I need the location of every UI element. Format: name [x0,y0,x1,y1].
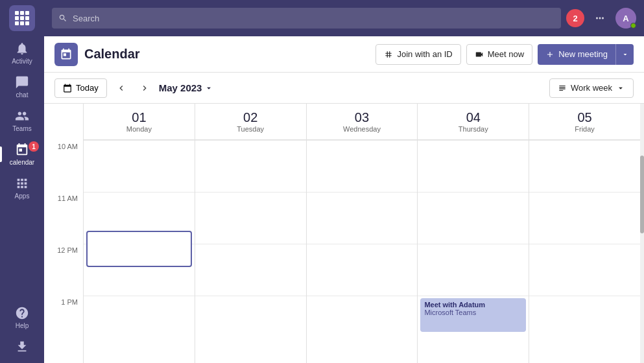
sidebar-item-apps-label: Apps [15,193,30,200]
join-with-id-button[interactable]: Join with an ID [376,44,460,65]
day-name-friday: Friday [575,125,595,133]
event-title: Meet with Adatum [424,301,522,309]
avatar-initials: A [623,14,628,23]
day-col-friday: 05 Friday [529,104,640,363]
calendar-header: Calendar Join with an ID Meet now New me… [44,36,644,73]
sidebar-item-chat[interactable]: chat [0,71,44,102]
new-meeting-btn-group: New meeting [538,44,634,65]
topbar: Search 2 A [44,0,644,36]
sidebar-item-activity-label: Activity [12,58,32,65]
prev-week-button[interactable] [112,79,130,97]
day-name-wednesday: Wednesday [343,125,381,133]
chevron-down-icon [621,51,629,58]
event-meet-with-adatum[interactable]: Meet with Adatum Microsoft Teams [420,298,526,332]
sidebar-item-activity[interactable]: Activity [0,38,44,69]
day-col-thursday: 04 Thursday Meet with Adatum Microsoft T… [417,104,529,363]
time-slot-12pm: 12 PM [44,244,83,296]
calendar-nav: Today May 2023 Work week [44,73,644,104]
search-bar[interactable]: Search [52,8,561,29]
day-body-friday[interactable] [529,140,640,363]
sidebar: Activity chat Teams 1 calendar Apps Help [0,0,44,363]
day-name-monday: Monday [126,125,152,133]
grid-icon [15,11,29,25]
main-content: Search 2 A Calendar Join with an ID [44,0,644,363]
next-week-button[interactable] [136,79,154,97]
day-num-friday: 05 [577,110,591,125]
apps-icon [15,176,29,191]
meet-now-button[interactable]: Meet now [466,44,532,65]
sidebar-item-chat-label: chat [16,91,29,99]
meet-now-label: Meet now [488,49,524,59]
sidebar-item-teams[interactable]: Teams [0,105,44,136]
time-slot-11am: 11 AM [44,192,83,244]
day-body-wednesday[interactable] [307,140,418,363]
join-with-id-label: Join with an ID [397,49,452,59]
calendar-title: Calendar [84,47,140,62]
view-selector[interactable]: Work week [549,78,634,98]
new-meeting-button[interactable]: New meeting [538,44,615,65]
chevron-right-icon [139,83,150,93]
day-num-tuesday: 02 [243,110,257,125]
day-header-wednesday: 03 Wednesday [307,104,418,140]
calendar-title-area: Calendar [54,43,368,66]
chevron-left-icon [116,83,126,93]
plus-icon [545,50,555,59]
sidebar-item-apps[interactable]: Apps [0,172,44,204]
today-button[interactable]: Today [54,78,107,98]
day-body-monday[interactable] [84,140,195,363]
new-meeting-dropdown-button[interactable] [615,44,634,65]
day-num-wednesday: 03 [355,110,369,125]
day-header-thursday: 04 Thursday [418,104,529,140]
day-name-tuesday: Tuesday [237,125,264,133]
day-num-thursday: 04 [466,110,481,125]
calendar-today-icon [63,84,72,93]
today-label: Today [76,83,99,93]
video-icon [475,50,484,59]
scrollbar-thumb[interactable] [640,156,644,233]
day-body-thursday[interactable]: Meet with Adatum Microsoft Teams [418,140,529,363]
time-column: 10 AM 11 AM 12 PM 1 PM [44,104,83,363]
chevron-down-month-icon [204,84,213,93]
user-avatar[interactable]: A [615,8,636,29]
apps-grid-button[interactable] [9,5,35,31]
day-header-tuesday: 02 Tuesday [195,104,306,140]
day-num-monday: 01 [132,110,146,125]
month-label[interactable]: May 2023 [159,82,214,93]
bell-icon [15,41,29,56]
day-col-wednesday: 03 Wednesday [306,104,418,363]
sidebar-item-help[interactable]: Help [0,302,44,333]
scrollbar-track[interactable] [640,104,644,363]
sidebar-item-teams-label: Teams [12,125,31,132]
new-meeting-label: New meeting [558,49,608,59]
calendar-badge: 1 [29,141,39,152]
help-icon [15,306,29,320]
notification-badge[interactable]: 2 [566,9,584,27]
month-text: May 2023 [159,82,202,93]
calendar-nav-icon [15,143,29,157]
sidebar-item-help-label: Help [16,322,29,329]
teams-icon [15,109,29,123]
sidebar-item-calendar[interactable]: 1 calendar [0,139,44,170]
chevron-down-view-icon [616,84,625,93]
view-icon [558,84,567,93]
avatar-status-indicator [630,23,636,29]
event-subtitle: Microsoft Teams [424,309,522,316]
day-header-friday: 05 Friday [529,104,640,140]
day-name-thursday: Thursday [459,125,488,133]
sidebar-item-calendar-label: calendar [10,159,34,166]
calendar-actions: Join with an ID Meet now New meeting [376,44,634,65]
view-label: Work week [571,83,612,93]
sidebar-item-download[interactable] [0,336,44,358]
chat-icon [15,75,29,89]
day-col-monday: 01 Monday [83,104,195,363]
calendar-page-icon [54,43,78,66]
download-icon [15,340,29,354]
search-placeholder: Search [73,14,99,23]
day-col-tuesday: 02 Tuesday [195,104,306,363]
more-options-button[interactable] [590,8,610,29]
day-body-tuesday[interactable] [195,140,306,363]
hashtag-icon [384,50,393,59]
day-header-monday: 01 Monday [84,104,195,140]
selected-time-block[interactable] [86,231,192,267]
time-slot-1pm: 1 PM [44,296,83,347]
